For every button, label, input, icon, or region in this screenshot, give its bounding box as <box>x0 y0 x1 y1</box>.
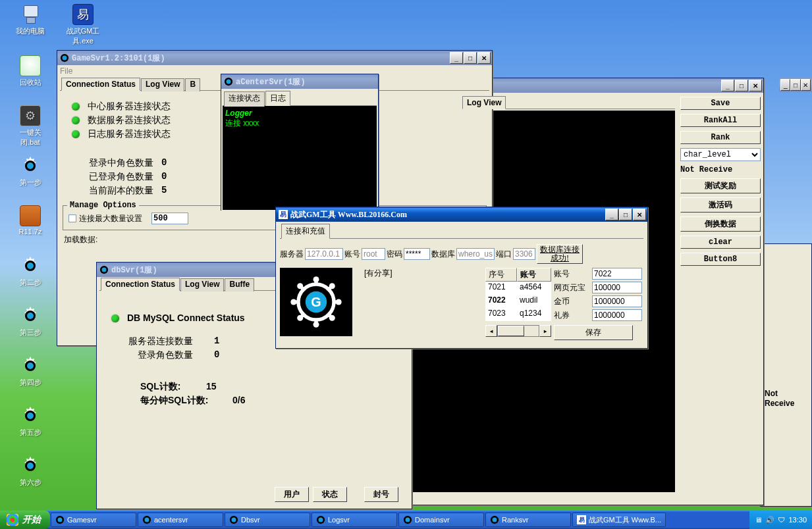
icon-label: R11.7z <box>19 228 42 236</box>
desktop-icon-archive[interactable]: R11.7z <box>11 205 50 236</box>
menu-file[interactable]: File <box>60 66 72 76</box>
maximize-button[interactable]: □ <box>619 209 632 220</box>
list-cell[interactable]: 7021 <box>485 282 517 295</box>
svg-point-32 <box>336 299 342 305</box>
form-gold-input[interactable] <box>592 295 642 307</box>
tab-connection-status[interactable]: Connection Status <box>61 78 140 91</box>
maximize-button[interactable]: □ <box>464 52 477 64</box>
form-gold-label: 金币 <box>554 296 589 307</box>
list-cell[interactable]: a4564 <box>517 282 551 295</box>
desktop-icon-step6[interactable]: 第六步 <box>11 455 50 488</box>
hscrollbar-thumb[interactable] <box>498 326 524 336</box>
task-logsvr[interactable]: Logsvr <box>311 513 397 527</box>
scroll-right-button[interactable]: ▸ <box>539 325 551 337</box>
button8[interactable]: Button8 <box>680 253 761 266</box>
sql-per-min: 每分钟SQL计数:0/6 <box>140 395 405 407</box>
max-conn-input[interactable] <box>151 213 188 224</box>
tab-connection-status[interactable]: Connection Status <box>101 278 180 291</box>
save-button[interactable]: 保存 <box>554 325 633 340</box>
tray-icon[interactable]: 🔊 <box>765 516 774 524</box>
minimize-button[interactable]: _ <box>450 52 463 64</box>
list-cell-selected[interactable]: 7022 <box>485 295 517 308</box>
minimize-button[interactable]: _ <box>605 209 618 220</box>
task-domainsvr[interactable]: Domainsvr <box>398 513 484 527</box>
form-voucher-input[interactable] <box>592 309 642 321</box>
start-button[interactable]: 开始 <box>0 511 50 529</box>
form-account-label: 账号 <box>554 268 589 280</box>
rank-button[interactable]: Rank <box>680 131 761 144</box>
system-tray[interactable]: 🖥 🔊 🛡 13:30 <box>749 511 812 529</box>
col-id-header[interactable]: 序号 <box>485 268 517 282</box>
log-line: 连接 xxxx <box>225 118 374 129</box>
tab-buffer[interactable]: Buffe <box>225 278 254 291</box>
desktop-icon-my-computer[interactable]: 我的电脑 <box>11 4 50 36</box>
titlebar[interactable]: 易 战武GM工具 Www.BL20166.Com _ □ ✕ <box>276 207 647 222</box>
test-reward-button[interactable]: 测试奖励 <box>680 178 761 193</box>
status-button[interactable]: 状态 <box>313 487 347 502</box>
pwd-input[interactable] <box>404 248 430 260</box>
maximize-button[interactable]: □ <box>735 80 748 91</box>
status-label: 日志服务器连接状态 <box>88 128 171 139</box>
window-acentersvr: aCenterSvr(1服) 连接状态 日志 Logger 连接 xxxx <box>221 74 379 211</box>
form-webyuanbao-input[interactable] <box>592 282 642 293</box>
task-dbsvr[interactable]: Dbsvr <box>225 513 310 527</box>
close-button[interactable]: ✕ <box>477 52 491 64</box>
desktop-icon-step1[interactable]: 第一步 <box>11 155 50 188</box>
desktop-icon-step4[interactable]: 第四步 <box>11 355 50 388</box>
scroll-left-button[interactable]: ◂ <box>485 325 497 337</box>
rank-select[interactable]: char_level <box>680 148 761 161</box>
task-gamesvr[interactable]: Gamesvr <box>51 513 136 527</box>
desktop-icon-close-bat[interactable]: 一键关闭.bat <box>11 105 50 147</box>
desktop-icon-step2[interactable]: 第二步 <box>11 255 50 288</box>
max-conn-checkbox[interactable] <box>68 214 76 222</box>
save-button[interactable]: Save <box>680 97 761 110</box>
tab-connect-charge[interactable]: 连接和充值 <box>281 224 330 239</box>
desktop-icon-step5[interactable]: 第五步 <box>11 405 50 438</box>
desktop-icon-recycle[interactable]: 回收站 <box>11 55 50 88</box>
account-input[interactable] <box>362 248 385 260</box>
status-dot-icon <box>72 103 80 111</box>
close-button[interactable]: ✕ <box>749 80 762 91</box>
close-button[interactable]: ✕ <box>801 79 811 91</box>
col-acc-header[interactable]: 账号 <box>517 268 551 282</box>
tab-log-view[interactable]: Log View <box>180 278 224 291</box>
activate-code-button[interactable]: 激活码 <box>680 197 761 213</box>
log-console[interactable]: Logger 连接 xxxx <box>223 106 377 210</box>
maximize-button[interactable]: □ <box>790 79 800 91</box>
clear-button[interactable]: clear <box>680 236 761 249</box>
tab-log-view[interactable]: Log View <box>141 78 184 91</box>
task-gmtool[interactable]: 易战武GM工具 Www.B... <box>572 513 666 527</box>
app-icon <box>60 53 69 63</box>
form-account-input[interactable] <box>592 268 642 280</box>
minimize-button[interactable]: _ <box>780 79 790 91</box>
ban-button[interactable]: 封号 <box>364 487 398 502</box>
window-title: GameSvr1.2:3101(1服) <box>72 53 450 64</box>
server-input[interactable] <box>305 248 343 260</box>
titlebar[interactable]: aCenterSvr(1服) <box>221 74 378 89</box>
tray-icon[interactable]: 🛡 <box>778 516 785 524</box>
list-cell[interactable]: wudil <box>517 295 551 308</box>
tab-log-view[interactable]: Log View <box>462 96 506 109</box>
app-icon: 易 <box>577 515 586 524</box>
db-input[interactable] <box>456 248 495 260</box>
minimize-button[interactable]: _ <box>721 80 734 91</box>
task-acentersvr[interactable]: acentersvr <box>138 513 223 527</box>
db-connect-button[interactable]: 数据库连接 成功! <box>537 244 583 264</box>
task-ranksvr[interactable]: Ranksvr <box>485 513 571 527</box>
titlebar[interactable]: GameSvr1.2:3101(1服) _ □ ✕ <box>57 51 492 65</box>
close-button[interactable]: ✕ <box>633 209 646 220</box>
list-cell[interactable]: 7023 <box>485 308 517 321</box>
desktop-icon-step3[interactable]: 第三步 <box>11 305 50 338</box>
rankall-button[interactable]: RankAll <box>680 114 761 127</box>
tray-icon[interactable]: 🖥 <box>755 516 762 524</box>
swap-data-button[interactable]: 倒换数据 <box>680 216 761 232</box>
port-input[interactable] <box>513 248 535 260</box>
desktop-icon-gmtool-exe[interactable]: 易战武GM工具.exe <box>63 4 103 46</box>
tab-log[interactable]: 日志 <box>265 91 290 106</box>
user-button[interactable]: 用户 <box>275 487 309 502</box>
tab-b[interactable]: B <box>185 78 200 91</box>
tab-conn-status[interactable]: 连接状态 <box>224 91 265 107</box>
list-cell[interactable]: q1234 <box>517 308 551 321</box>
hscrollbar-track[interactable] <box>497 325 539 337</box>
server-label: 服务器 <box>280 249 304 260</box>
